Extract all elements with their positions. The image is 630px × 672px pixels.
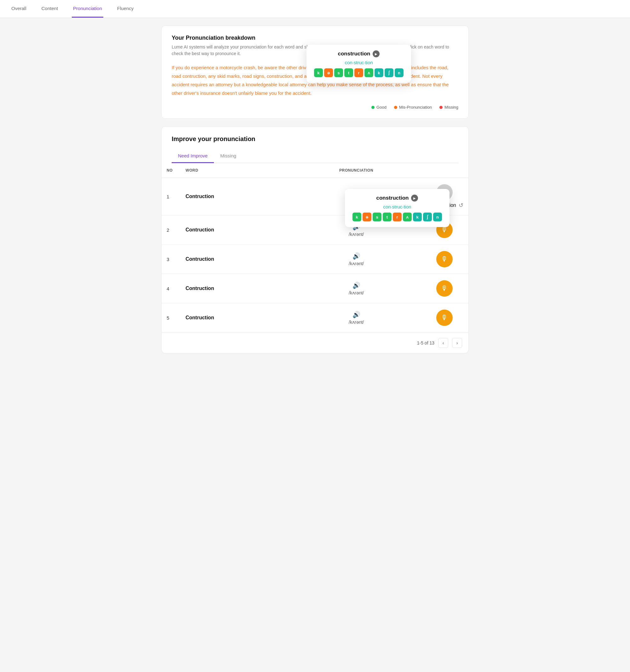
table-row: 4 Contruction 🔊 /kʌrənt/ 🎙 [162,274,468,303]
phoneme-n-top: n [395,68,403,77]
phoneme-tooltip-top: construction ▶ con·struc·tion k ə s t r … [306,45,411,83]
table-row: 5 Contruction 🔊 /kʌrənt/ 🎙 [162,303,468,333]
tooltip-phonetic-top: con·struc·tion [314,60,403,65]
row-3-action: 🎙 [420,245,468,274]
legend-mis-label: Mis-Pronunciation [399,105,432,110]
subtab-missing[interactable]: Missing [214,149,242,163]
row-5-volume-icon[interactable]: 🔊 [352,311,360,318]
row-4-word: Contruction [181,274,292,303]
phoneme-n-bottom: n [433,213,442,221]
pronunciation-breakdown-card: construction ▶ con·struc·tion k ə s t r … [161,25,469,119]
row-5-pronunciation: 🔊 /kʌrənt/ [292,303,420,333]
row-4-volume-icon[interactable]: 🔊 [352,282,360,289]
improve-title: Improve your pronunciation [172,136,458,143]
tooltip-play-button-top[interactable]: ▶ [373,50,379,57]
legend-mis-dot [394,106,397,109]
row-3-pronunciation: 🔊 /kʌrənt/ [292,245,420,274]
passage-construction[interactable]: construction [267,73,292,79]
col-no: NO [162,163,181,178]
phoneme-row-top: k ə s t r ʌ k ʃ n [314,68,403,77]
phoneme-k-bottom: k [352,213,361,221]
row-4-number: 4 [162,274,181,303]
phoneme-r-top: r [354,68,363,77]
row-4-phonetic: /kʌrənt/ [297,290,415,295]
row-1-number: 1 [162,178,181,215]
phoneme-t-bottom: t [383,213,392,221]
improve-subtabs: Need Improve Missing [172,149,458,163]
phoneme-row-bottom: k ə s t r ʌ k ʃ n [352,213,442,221]
row-3-number: 3 [162,245,181,274]
improve-card-header: Improve your pronunciation Need Improve … [162,126,468,163]
phoneme-k-top: k [314,68,323,77]
pagination-next-button[interactable]: › [452,338,462,348]
row-3-phonetic: /kʌrənt/ [297,261,415,266]
phoneme-t-top: t [344,68,353,77]
legend-mispronunciation: Mis-Pronunciation [394,105,432,110]
legend-good-label: Good [376,105,387,110]
tab-pronunciation[interactable]: Pronunciation [72,0,103,18]
phoneme-sh-top: ʃ [384,68,393,77]
table-header-row: NO WORD PRONUNCIATION [162,163,468,178]
improve-pronunciation-card: Improve your pronunciation Need Improve … [161,126,469,353]
tooltip-play-button-bottom[interactable]: ▶ [411,195,418,201]
row-3-volume-icon[interactable]: 🔊 [352,253,360,260]
phoneme-lambda-bottom: ʌ [403,213,412,221]
row-5-phonetic: /kʌrənt/ [297,320,415,325]
row-3-mic-icon: 🎙 [441,255,448,263]
phoneme-sh-bottom: ʃ [423,213,432,221]
legend-good: Good [371,105,387,110]
breakdown-title: Your Pronunciation breakdown [172,34,458,41]
row-5-mic-icon: 🎙 [441,314,448,322]
row-5-mic-button[interactable]: 🎙 [436,310,453,326]
phoneme-lambda-top: ʌ [365,68,373,77]
tab-fluency[interactable]: Fluency [116,0,135,18]
row-1-refresh-icon[interactable]: ↺ [459,202,463,209]
phoneme-schwa-bottom: ə [363,213,371,221]
table-row: 3 Contruction 🔊 /kʌrənt/ 🎙 [162,245,468,274]
tooltip-word-label-bottom: construction [376,195,409,201]
top-navigation: Overall Content Pronunciation Fluency [0,0,630,18]
row-2-number: 2 [162,215,181,245]
row-4-mic-button[interactable]: 🎙 [436,280,453,297]
phoneme-schwa-top: ə [324,68,333,77]
phoneme-s-bottom: s [373,213,381,221]
phoneme-s-top: s [334,68,343,77]
tooltip-word-label-top: construction [338,51,370,57]
row-1-word: Contruction [181,178,292,215]
row-2-phonetic: /kʌrənt/ [297,232,415,237]
legend-good-dot [371,106,375,109]
pagination-prev-button[interactable]: ‹ [438,338,448,348]
phoneme-k2-bottom: k [413,213,422,221]
subtab-need-improve[interactable]: Need Improve [172,149,214,163]
legend: Good Mis-Pronunciation Missing [172,105,458,110]
pagination: 1-5 of 13 ‹ › [162,333,468,353]
row-4-mic-icon: 🎙 [441,284,448,292]
phoneme-tooltip-bottom: construction ▶ con·struc·tion k ə s t r … [345,189,449,227]
row-2-word: Contruction [181,215,292,245]
phoneme-r-bottom: r [393,213,402,221]
tooltip-word-top: construction ▶ [314,50,403,57]
pagination-range: 1-5 of 13 [417,340,435,345]
legend-missing-dot [439,106,443,109]
col-action [420,163,468,178]
phoneme-k2-top: k [375,68,383,77]
tooltip-word-bottom: construction ▶ [352,195,442,201]
tooltip-phonetic-bottom: con·struc·tion [352,204,442,210]
tab-content[interactable]: Content [40,0,60,18]
tab-overall[interactable]: Overall [10,0,28,18]
row-5-word: Contruction [181,303,292,333]
row-4-pronunciation: 🔊 /kʌrənt/ [292,274,420,303]
row-3-mic-button[interactable]: 🎙 [436,251,453,267]
row-3-word: Contruction [181,245,292,274]
main-content: construction ▶ con·struc·tion k ə s t r … [151,18,479,368]
table-container: construction ▶ con·struc·tion k ə s t r … [162,163,468,353]
row-4-action: 🎙 [420,274,468,303]
row-5-number: 5 [162,303,181,333]
col-word: WORD [181,163,292,178]
row-5-action: 🎙 [420,303,468,333]
col-pronunciation: PRONUNCIATION [292,163,420,178]
legend-missing: Missing [439,105,458,110]
improve-table: NO WORD PRONUNCIATION 1 Contruction 🔊 /k… [162,163,468,333]
legend-missing-label: Missing [444,105,458,110]
